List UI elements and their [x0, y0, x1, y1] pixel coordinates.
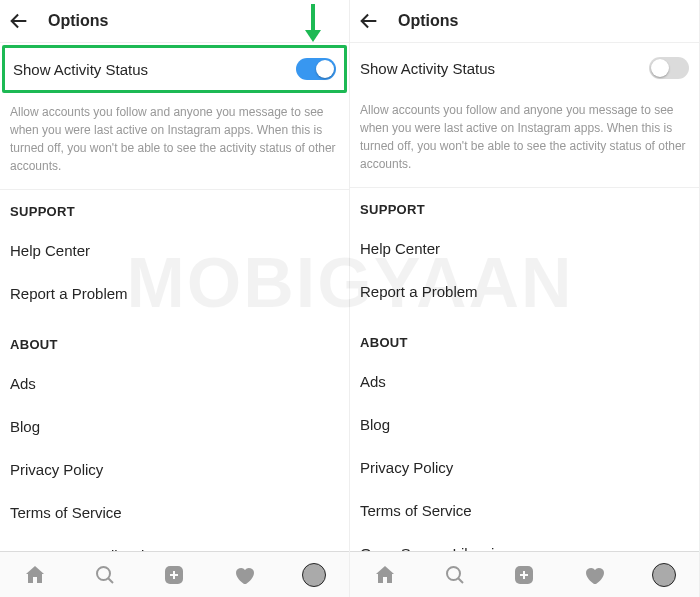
- svg-line-3: [108, 578, 113, 583]
- header: Options: [0, 0, 349, 43]
- blog-item[interactable]: Blog: [350, 403, 699, 446]
- report-problem-item[interactable]: Report a Problem: [350, 270, 699, 313]
- help-center-item[interactable]: Help Center: [0, 229, 349, 272]
- activity-status-toggle[interactable]: [649, 57, 689, 79]
- add-post-icon[interactable]: [512, 563, 536, 587]
- activity-status-label: Show Activity Status: [360, 60, 495, 77]
- search-icon[interactable]: [93, 563, 117, 587]
- activity-status-row[interactable]: Show Activity Status: [350, 43, 699, 93]
- svg-point-2: [97, 567, 110, 580]
- blog-item[interactable]: Blog: [0, 405, 349, 448]
- add-post-icon[interactable]: [162, 563, 186, 587]
- open-source-item[interactable]: Open Source Libraries: [0, 534, 349, 551]
- profile-avatar-icon[interactable]: [302, 563, 326, 587]
- help-center-item[interactable]: Help Center: [350, 227, 699, 270]
- annotation-arrow-icon: [303, 2, 323, 42]
- home-icon[interactable]: [373, 563, 397, 587]
- settings-scroll[interactable]: Show Activity Status Allow accounts you …: [0, 43, 349, 551]
- open-source-item[interactable]: Open Source Libraries: [350, 532, 699, 551]
- pane-right: Options Show Activity Status Allow accou…: [350, 0, 700, 597]
- about-heading: ABOUT: [0, 323, 349, 362]
- page-title: Options: [398, 12, 458, 30]
- back-arrow-icon[interactable]: [358, 10, 380, 32]
- home-icon[interactable]: [23, 563, 47, 587]
- activity-status-label: Show Activity Status: [13, 61, 148, 78]
- ads-item[interactable]: Ads: [350, 360, 699, 403]
- svg-marker-1: [305, 30, 321, 42]
- activity-status-row[interactable]: Show Activity Status: [5, 48, 344, 90]
- support-heading: SUPPORT: [0, 190, 349, 229]
- header: Options: [350, 0, 699, 43]
- terms-of-service-item[interactable]: Terms of Service: [0, 491, 349, 534]
- back-arrow-icon[interactable]: [8, 10, 30, 32]
- profile-avatar-icon[interactable]: [652, 563, 676, 587]
- bottom-nav: [350, 551, 699, 597]
- report-problem-item[interactable]: Report a Problem: [0, 272, 349, 315]
- support-heading: SUPPORT: [350, 188, 699, 227]
- activity-status-description: Allow accounts you follow and anyone you…: [350, 93, 699, 188]
- activity-heart-icon[interactable]: [582, 563, 606, 587]
- about-heading: ABOUT: [350, 321, 699, 360]
- bottom-nav: [0, 551, 349, 597]
- pane-left: Options Show Activity Status Allow accou…: [0, 0, 350, 597]
- svg-point-7: [447, 567, 460, 580]
- activity-status-toggle[interactable]: [296, 58, 336, 80]
- search-icon[interactable]: [443, 563, 467, 587]
- terms-of-service-item[interactable]: Terms of Service: [350, 489, 699, 532]
- page-title: Options: [48, 12, 108, 30]
- ads-item[interactable]: Ads: [0, 362, 349, 405]
- settings-scroll[interactable]: Show Activity Status Allow accounts you …: [350, 43, 699, 551]
- svg-line-8: [458, 578, 463, 583]
- privacy-policy-item[interactable]: Privacy Policy: [0, 448, 349, 491]
- highlight-annotation: Show Activity Status: [2, 45, 347, 93]
- activity-heart-icon[interactable]: [232, 563, 256, 587]
- privacy-policy-item[interactable]: Privacy Policy: [350, 446, 699, 489]
- activity-status-description: Allow accounts you follow and anyone you…: [0, 95, 349, 190]
